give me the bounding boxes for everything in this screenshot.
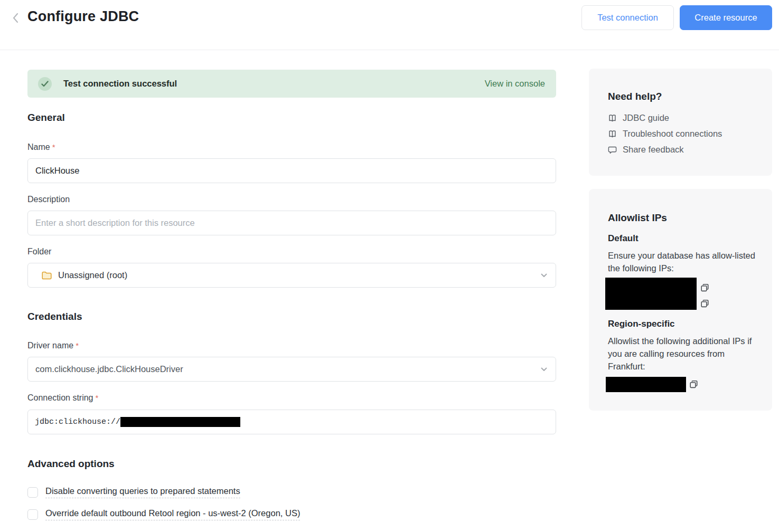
driver-name-select[interactable]: com.clickhouse.jdbc.ClickHouseDriver [27, 357, 556, 382]
back-button[interactable] [10, 12, 21, 24]
page-title: Configure JDBC [27, 8, 139, 25]
connection-string-value: jdbc:clickhouse:// [35, 417, 120, 426]
book-icon [608, 130, 617, 138]
allowlist-region-heading: Region-specific [608, 319, 675, 329]
folder-icon [42, 271, 52, 280]
share-feedback-link[interactable]: Share feedback [608, 145, 684, 155]
driver-name-value: com.clickhouse.jdbc.ClickHouseDriver [35, 364, 183, 374]
connection-string-label: Connection string* [27, 393, 98, 403]
folder-label: Folder [27, 247, 51, 256]
troubleshoot-connections-link[interactable]: Troubleshoot connections [608, 129, 722, 139]
configure-jdbc-page: Configure JDBC Test connection Create re… [0, 0, 779, 532]
prepared-statements-checkbox[interactable] [27, 487, 38, 498]
jdbc-guide-link[interactable]: JDBC guide [608, 113, 669, 123]
name-label: Name* [27, 142, 55, 152]
copy-icon [700, 299, 709, 308]
allowlist-default-text: Ensure your database has allow-listed th… [608, 249, 758, 274]
redacted-ip-block [606, 377, 686, 392]
redacted-connection-string [120, 417, 240, 427]
credentials-heading: Credentials [27, 311, 82, 322]
chat-bubble-icon [608, 146, 617, 154]
page-header: Configure JDBC Test connection Create re… [0, 0, 779, 50]
description-label: Description [27, 195, 70, 204]
connection-string-input[interactable]: jdbc:clickhouse:// [27, 410, 556, 434]
book-icon [608, 114, 617, 122]
copy-ip-button[interactable] [700, 299, 709, 308]
view-in-console-link[interactable]: View in console [485, 79, 545, 89]
allowlist-default-heading: Default [608, 233, 639, 244]
chevron-left-icon [13, 13, 18, 23]
description-input[interactable] [27, 211, 556, 235]
chevron-down-icon [541, 367, 547, 372]
override-region-label[interactable]: Override default outbound Retool region … [45, 508, 300, 520]
advanced-option-row: Disable converting queries to prepared s… [27, 486, 556, 498]
need-help-heading: Need help? [608, 91, 662, 102]
test-connection-button[interactable]: Test connection [581, 5, 674, 30]
copy-ip-button[interactable] [700, 283, 709, 292]
create-resource-button[interactable]: Create resource [680, 5, 772, 30]
prepared-statements-label[interactable]: Disable converting queries to prepared s… [45, 486, 240, 498]
banner-message: Test connection successful [63, 79, 177, 89]
advanced-option-row: Override default outbound Retool region … [27, 508, 556, 520]
advanced-options-heading: Advanced options [27, 458, 115, 470]
redacted-ip-block [605, 278, 697, 310]
help-link-label: Troubleshoot connections [623, 129, 722, 139]
allowlist-ips-panel: Allowlist IPs Default Ensure your databa… [589, 189, 772, 411]
need-help-panel: Need help? JDBC guide Troubleshoot conne… [589, 69, 772, 176]
general-heading: General [27, 112, 65, 124]
name-input[interactable] [27, 158, 556, 183]
chevron-down-icon [541, 273, 547, 278]
test-connection-success-banner: Test connection successful View in conso… [27, 70, 556, 98]
folder-select[interactable]: Unassigned (root) [27, 263, 556, 288]
allowlist-region-text: Allowlist the following additional IPs i… [608, 335, 758, 373]
driver-name-label: Driver name* [27, 341, 79, 350]
copy-ip-button[interactable] [689, 380, 698, 389]
copy-icon [689, 380, 698, 389]
required-asterisk: * [52, 142, 55, 151]
required-asterisk: * [96, 393, 99, 402]
required-asterisk: * [76, 341, 79, 350]
copy-icon [700, 283, 709, 292]
allowlist-heading: Allowlist IPs [608, 212, 667, 224]
check-circle-icon [38, 77, 52, 91]
folder-select-value: Unassigned (root) [58, 270, 127, 280]
override-region-checkbox[interactable] [27, 509, 38, 520]
help-link-label: JDBC guide [623, 113, 669, 123]
help-link-label: Share feedback [623, 145, 684, 155]
